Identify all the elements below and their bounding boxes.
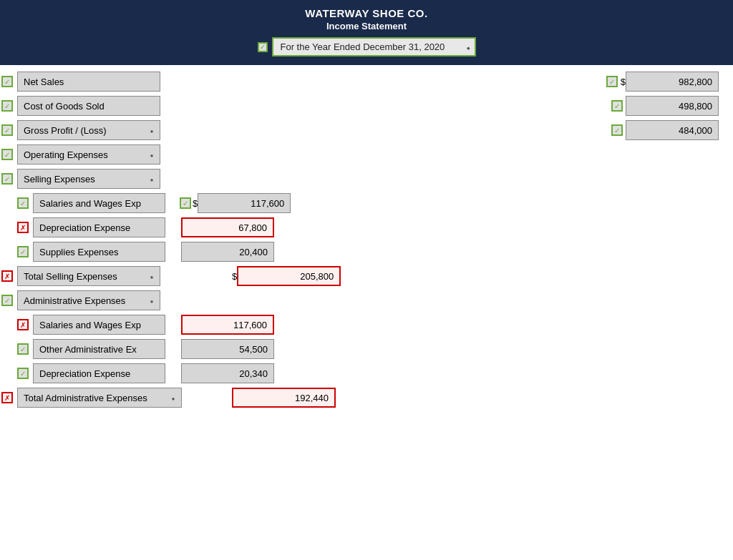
header: WATERWAY SHOE CO. Income Statement ✓ For… bbox=[0, 0, 733, 65]
period-select-wrap[interactable]: For the Year Ended December 31, 2020 ⬥ bbox=[272, 37, 476, 57]
admin-salaries-label: Salaries and Wages Exp bbox=[33, 315, 165, 335]
admin-cb[interactable]: ✓ bbox=[1, 295, 13, 306]
selling-supplies-value[interactable]: 20,400 bbox=[181, 242, 274, 262]
statement-title: Income Statement bbox=[0, 21, 733, 31]
cogs-label: Cost of Goods Sold bbox=[17, 96, 160, 116]
gross-profit-cb[interactable]: ✓ bbox=[1, 124, 13, 136]
cogs-row: ✓ Cost of Goods Sold ✓ 498,800 bbox=[0, 94, 733, 118]
admin-expenses-label[interactable]: Administrative Expenses ⬥ bbox=[17, 290, 160, 310]
net-sales-row: ✓ Net Sales ✓ $ 982,800 bbox=[0, 69, 733, 94]
gross-profit-label[interactable]: Gross Profit / (Loss) ⬥ bbox=[17, 120, 160, 140]
admin-expenses-row: ✓ Administrative Expenses ⬥ bbox=[0, 288, 733, 313]
selling-cb[interactable]: ✓ bbox=[1, 173, 13, 185]
selling-depreciation-row: ✗ Depreciation Expense 67,800 bbox=[0, 215, 733, 240]
total-selling-label[interactable]: Total Selling Expenses ⬥ bbox=[17, 266, 160, 286]
gross-profit-value[interactable]: 484,000 bbox=[626, 120, 719, 140]
total-selling-dollar: $ bbox=[232, 271, 237, 282]
selling-expenses-label[interactable]: Selling Expenses ⬥ bbox=[17, 169, 160, 189]
gross-profit-row: ✓ Gross Profit / (Loss) ⬥ ✓ 484,000 bbox=[0, 118, 733, 142]
operating-expenses-row: ✓ Operating Expenses ⬥ bbox=[0, 142, 733, 167]
admin-salaries-row: ✗ Salaries and Wages Exp 117,600 bbox=[0, 313, 733, 337]
admin-other-row: ✓ Other Administrative Ex 54,500 bbox=[0, 337, 733, 361]
selling-salaries-value[interactable]: 117,600 bbox=[198, 193, 291, 213]
operating-cb[interactable]: ✓ bbox=[1, 149, 13, 160]
gross-profit-cb2[interactable]: ✓ bbox=[611, 124, 623, 136]
cogs-cb2[interactable]: ✓ bbox=[611, 100, 623, 112]
selling-depreciation-value[interactable]: 67,800 bbox=[181, 217, 274, 237]
period-checkbox[interactable]: ✓ bbox=[258, 42, 268, 52]
admin-other-cb[interactable]: ✓ bbox=[17, 343, 29, 355]
cogs-value[interactable]: 498,800 bbox=[626, 96, 719, 116]
selling-salaries-row: ✓ Salaries and Wages Exp ✓ $ 117,600 bbox=[0, 191, 733, 215]
net-sales-label: Net Sales bbox=[17, 72, 160, 92]
selling-depreciation-label: Depreciation Expense bbox=[33, 217, 165, 237]
net-sales-dollar: $ bbox=[621, 77, 626, 87]
selling-expenses-row: ✓ Selling Expenses ⬥ bbox=[0, 167, 733, 191]
selling-salaries-cb2[interactable]: ✓ bbox=[180, 197, 191, 209]
selling-dropdown-icon: ⬥ bbox=[150, 175, 154, 183]
admin-depreciation-label: Depreciation Expense bbox=[33, 363, 165, 383]
admin-salaries-cb[interactable]: ✗ bbox=[17, 319, 29, 330]
gross-profit-dropdown-icon: ⬥ bbox=[150, 127, 154, 134]
total-admin-cb[interactable]: ✗ bbox=[1, 392, 13, 403]
page-wrapper: WATERWAY SHOE CO. Income Statement ✓ For… bbox=[0, 0, 733, 417]
operating-dropdown-icon: ⬥ bbox=[150, 151, 154, 159]
selling-salaries-dollar: $ bbox=[193, 198, 198, 209]
admin-depreciation-cb[interactable]: ✓ bbox=[17, 368, 29, 379]
total-admin-label[interactable]: Total Administrative Expenses ⬥ bbox=[17, 388, 182, 408]
admin-depreciation-value[interactable]: 20,340 bbox=[181, 363, 274, 383]
admin-other-label: Other Administrative Ex bbox=[33, 339, 165, 359]
selling-supplies-label: Supplies Expenses bbox=[33, 242, 165, 262]
total-admin-row: ✗ Total Administrative Expenses ⬥ 192,44… bbox=[0, 385, 733, 410]
total-selling-cb[interactable]: ✗ bbox=[1, 270, 13, 282]
selling-salaries-label: Salaries and Wages Exp bbox=[33, 193, 165, 213]
cogs-cb[interactable]: ✓ bbox=[1, 100, 13, 112]
admin-salaries-value[interactable]: 117,600 bbox=[181, 315, 274, 335]
operating-expenses-label[interactable]: Operating Expenses ⬥ bbox=[17, 144, 160, 164]
company-name: WATERWAY SHOE CO. bbox=[0, 7, 733, 19]
net-sales-cb[interactable]: ✓ bbox=[1, 76, 13, 87]
admin-depreciation-row: ✓ Depreciation Expense 20,340 bbox=[0, 361, 733, 385]
net-sales-value[interactable]: 982,800 bbox=[626, 72, 719, 92]
total-admin-dropdown-icon: ⬥ bbox=[171, 394, 175, 402]
selling-depreciation-cb[interactable]: ✗ bbox=[17, 222, 29, 233]
income-statement-body: ✓ Net Sales ✓ $ 982,800 ✓ Cost of Goods … bbox=[0, 65, 733, 417]
total-selling-value[interactable]: 205,800 bbox=[237, 266, 341, 286]
total-selling-row: ✗ Total Selling Expenses ⬥ $ 205,800 bbox=[0, 264, 733, 288]
selling-supplies-row: ✓ Supplies Expenses 20,400 bbox=[0, 240, 733, 264]
admin-dropdown-icon: ⬥ bbox=[150, 297, 154, 305]
selling-supplies-cb[interactable]: ✓ bbox=[17, 246, 29, 257]
net-sales-cb2[interactable]: ✓ bbox=[606, 76, 618, 87]
period-select[interactable]: For the Year Ended December 31, 2020 bbox=[272, 37, 476, 57]
selling-salaries-cb[interactable]: ✓ bbox=[17, 197, 29, 209]
total-selling-dropdown-icon: ⬥ bbox=[150, 272, 154, 280]
admin-other-value[interactable]: 54,500 bbox=[181, 339, 274, 359]
total-admin-value[interactable]: 192,440 bbox=[232, 388, 336, 408]
